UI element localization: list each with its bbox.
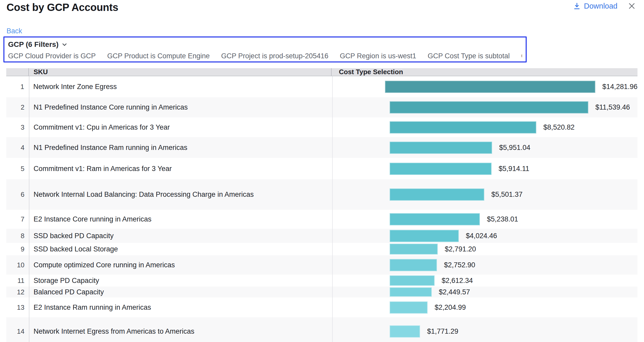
row-number: 7 <box>6 215 29 223</box>
table-row[interactable]: 6Network Internal Load Balancing: Data P… <box>6 179 637 210</box>
close-button[interactable] <box>627 2 636 10</box>
cost-bar <box>390 325 420 338</box>
cost-bar <box>390 259 437 271</box>
top-actions: Download <box>573 2 636 10</box>
cost-bar <box>390 188 484 201</box>
cost-value-label: $5,951.04 <box>499 144 530 152</box>
cost-bar-cell: $2,204.99 <box>332 301 637 314</box>
table-row[interactable]: 10Compute optimized Core running in Amer… <box>6 255 637 275</box>
sku-label: Commitment v1: Cpu in Americas for 3 Yea… <box>29 123 332 131</box>
page-title: Cost by GCP Accounts <box>7 2 118 13</box>
cost-value-label: $11,539.46 <box>595 103 630 111</box>
filter-item[interactable]: GCP Reporting Timeframe is "-90" <box>521 52 522 60</box>
row-number-column-header <box>6 68 29 76</box>
cost-value-label: $5,501.37 <box>491 191 523 199</box>
cost-bar <box>390 163 492 175</box>
sku-label: N1 Predefined Instance Ram running in Am… <box>29 144 332 152</box>
filter-item[interactable]: GCP Region is us-west1 <box>340 52 416 60</box>
cost-value-label: $2,791.20 <box>445 245 476 253</box>
table-row[interactable]: 4N1 Predefined Instance Ram running in A… <box>6 137 637 158</box>
filter-item[interactable]: GCP Cloud Provider is GCP <box>8 52 96 60</box>
row-number: 3 <box>6 123 29 131</box>
table-row[interactable]: 11Storage PD Capacity$2,612.34 <box>6 275 637 287</box>
sku-label: E2 Instance Ram running in Americas <box>29 303 332 312</box>
sku-label: Network Inter Zone Egress <box>29 83 327 91</box>
table-row[interactable]: 8SSD backed PD Capacity$4,024.46 <box>6 229 637 243</box>
cost-bar-cell: $5,951.04 <box>332 142 637 154</box>
sku-label: Balanced PD Capacity <box>29 288 332 296</box>
cost-bar <box>390 287 432 297</box>
download-button[interactable]: Download <box>573 2 617 10</box>
cost-value-label: $4,024.46 <box>466 232 497 240</box>
cost-bar <box>385 81 595 93</box>
filter-item[interactable]: GCP Cost Type is subtotal <box>428 52 510 60</box>
row-number: 8 <box>6 232 29 240</box>
row-number: 2 <box>6 103 29 111</box>
table-body[interactable]: 1Network Inter Zone Egress$14,281.962N1 … <box>6 76 637 342</box>
cost-bar <box>390 101 588 113</box>
cost-bar-cell: $2,752.90 <box>332 259 637 271</box>
filter-item[interactable]: GCP Product is Compute Engine <box>107 52 210 60</box>
row-number: 6 <box>6 191 29 199</box>
row-number: 9 <box>6 245 29 253</box>
row-number: 12 <box>6 288 29 296</box>
cost-bar-cell: $8,520.82 <box>332 121 637 134</box>
row-number: 14 <box>6 327 29 335</box>
row-number: 10 <box>6 261 29 269</box>
table-row[interactable]: 5Commitment v1: Ram in Americas for 3 Ye… <box>6 158 637 179</box>
cost-type-selection-column-header: Cost Type Selection <box>332 68 637 76</box>
sku-label: Compute optimized Core running in Americ… <box>29 261 332 269</box>
sku-column-header: SKU <box>29 68 332 76</box>
filter-item[interactable]: GCP Project is prod-setup-205416 <box>221 52 328 60</box>
cost-bar <box>390 142 492 154</box>
table-row[interactable]: 13E2 Instance Ram running in Americas$2,… <box>6 297 637 317</box>
download-label: Download <box>584 2 617 10</box>
sku-label: SSD backed Local Storage <box>29 245 332 253</box>
cost-bar <box>390 275 435 286</box>
sku-label: Network Internal Load Balancing: Data Pr… <box>29 191 332 199</box>
cost-bar-cell: $5,238.01 <box>332 213 637 225</box>
cost-value-label: $1,771.29 <box>427 327 458 335</box>
back-link[interactable]: Back <box>7 27 22 35</box>
download-icon <box>573 2 581 10</box>
row-number: 1 <box>6 83 29 91</box>
cost-bar <box>390 121 536 134</box>
table-header-row: SKU Cost Type Selection <box>6 68 637 76</box>
cost-bar <box>390 301 428 314</box>
cost-bar-cell: $2,449.57 <box>332 287 637 297</box>
table-row[interactable]: 3Commitment v1: Cpu in Americas for 3 Ye… <box>6 117 637 137</box>
cost-value-label: $2,204.99 <box>435 303 466 312</box>
cost-value-label: $5,914.11 <box>499 165 529 173</box>
chevron-down-icon <box>61 41 68 48</box>
cost-bar <box>390 230 459 242</box>
cost-value-label: $14,281.96 <box>602 83 637 91</box>
sku-label: Network Internet Egress from Americas to… <box>29 327 332 335</box>
cost-bar-cell: $5,501.37 <box>332 188 637 201</box>
cost-bar-cell: $14,281.96 <box>327 81 637 93</box>
sku-label: N1 Predefined Instance Core running in A… <box>29 103 332 111</box>
filter-list: GCP Cloud Provider is GCPGCP Product is … <box>8 52 522 60</box>
cost-bar-cell: $4,024.46 <box>332 230 637 242</box>
sku-label: Commitment v1: Ram in Americas for 3 Yea… <box>29 165 332 173</box>
cost-table: SKU Cost Type Selection 1Network Inter Z… <box>6 68 637 342</box>
cost-bar-cell: $1,771.29 <box>332 325 637 338</box>
row-number: 13 <box>6 303 29 312</box>
table-row[interactable]: 7E2 Instance Core running in Americas$5,… <box>6 210 637 229</box>
cost-bar-cell: $2,612.34 <box>332 275 637 286</box>
cost-bar-cell: $11,539.46 <box>332 101 637 113</box>
filter-dropdown[interactable]: GCP (6 Filters) <box>8 40 68 49</box>
sku-label: Storage PD Capacity <box>29 277 332 285</box>
row-number: 5 <box>6 165 29 173</box>
table-row[interactable]: 2N1 Predefined Instance Core running in … <box>6 97 637 117</box>
table-row[interactable]: 12Balanced PD Capacity$2,449.57 <box>6 287 637 297</box>
table-row[interactable]: 1Network Inter Zone Egress$14,281.96 <box>6 76 637 97</box>
cost-by-gcp-accounts-panel: Cost by GCP Accounts Download Back GCP (… <box>0 0 644 342</box>
filter-dropdown-label: GCP (6 Filters) <box>8 40 59 49</box>
table-row[interactable]: 14Network Internet Egress from Americas … <box>6 317 637 342</box>
cost-value-label: $8,520.82 <box>543 123 575 131</box>
row-number: 4 <box>6 144 29 152</box>
cost-bar <box>390 213 480 225</box>
cost-bar-cell: $5,914.11 <box>332 163 637 175</box>
sku-label: E2 Instance Core running in Americas <box>29 215 332 223</box>
table-row[interactable]: 9SSD backed Local Storage$2,791.20 <box>6 243 637 255</box>
